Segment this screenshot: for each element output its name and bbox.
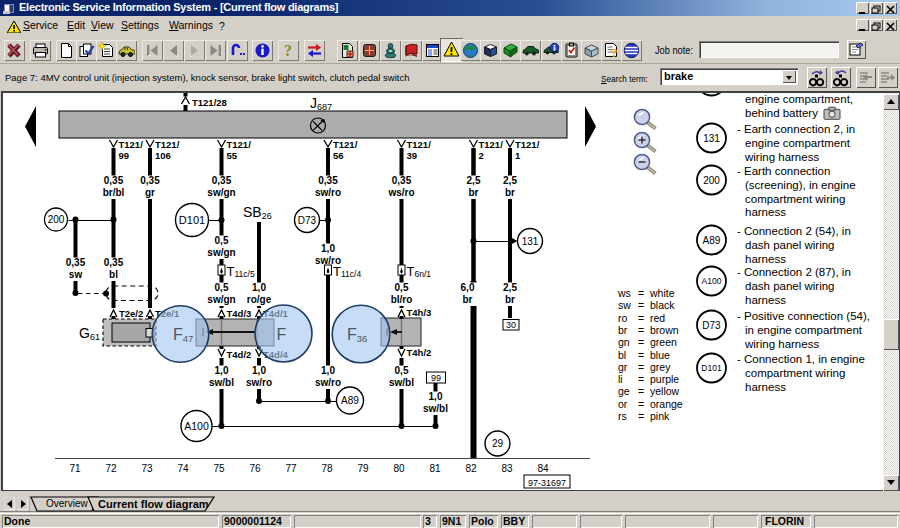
svg-text:T11c/4: T11c/4 <box>333 264 361 279</box>
svg-text:yellow: yellow <box>650 385 680 397</box>
svg-text:pink: pink <box>650 410 670 422</box>
svg-text:0,35: 0,35 <box>212 175 232 186</box>
svg-text:=: = <box>638 324 644 336</box>
svg-text:99: 99 <box>431 373 441 383</box>
svg-text:harness: harness <box>745 381 786 393</box>
svg-text:=: = <box>638 361 644 373</box>
svg-text:73: 73 <box>141 463 153 474</box>
svg-text:sw/ro: sw/ro <box>246 377 272 388</box>
svg-text:T4h/2: T4h/2 <box>407 347 432 358</box>
svg-text:82: 82 <box>465 463 477 474</box>
svg-text:72: 72 <box>105 463 117 474</box>
svg-text:rs: rs <box>618 410 627 422</box>
svg-text:1,0: 1,0 <box>321 365 335 376</box>
svg-text:T4h/3: T4h/3 <box>407 307 432 318</box>
svg-text:1,0: 1,0 <box>321 243 335 254</box>
svg-text:2,5: 2,5 <box>503 175 517 186</box>
svg-text:ws/ro: ws/ro <box>387 187 414 198</box>
svg-text:=: = <box>638 336 644 348</box>
svg-text:sw/bl: sw/bl <box>423 403 448 414</box>
svg-text:A100: A100 <box>184 420 209 432</box>
svg-text:A89: A89 <box>341 395 359 406</box>
svg-text:39: 39 <box>407 150 418 161</box>
svg-text:ro: ro <box>618 312 627 324</box>
svg-text:T121/28: T121/28 <box>192 97 227 108</box>
svg-text:grey: grey <box>650 361 671 373</box>
svg-text:=: = <box>638 299 644 311</box>
svg-text:55: 55 <box>227 150 238 161</box>
svg-text:0,35: 0,35 <box>66 257 86 268</box>
svg-text:T121/: T121/ <box>155 139 180 150</box>
svg-text:78: 78 <box>321 463 333 474</box>
svg-text:84: 84 <box>537 463 549 474</box>
svg-text:29: 29 <box>492 438 504 449</box>
svg-text:74: 74 <box>177 463 189 474</box>
svg-text:0,5: 0,5 <box>395 282 409 293</box>
svg-text:D101: D101 <box>701 363 722 373</box>
svg-text:T4d/3: T4d/3 <box>227 308 252 319</box>
svg-text:dash panel wiring: dash panel wiring <box>745 239 835 251</box>
svg-text:2: 2 <box>479 150 484 161</box>
svg-text:1: 1 <box>515 150 521 161</box>
svg-text:- Earth connection 2, in: - Earth connection 2, in <box>737 123 855 135</box>
svg-text:sw: sw <box>69 269 83 280</box>
svg-text:dash panel wiring: dash panel wiring <box>745 280 835 292</box>
svg-text:wiring harness: wiring harness <box>744 151 819 163</box>
svg-text:T121/: T121/ <box>407 139 432 150</box>
svg-text:purple: purple <box>650 373 679 385</box>
svg-text:in engine compartment: in engine compartment <box>745 324 863 336</box>
svg-text:black: black <box>650 299 675 311</box>
svg-text:compartment wiring: compartment wiring <box>745 193 845 205</box>
svg-text:sw/ro: sw/ro <box>315 187 341 198</box>
svg-text:br: br <box>618 324 628 336</box>
svg-text:br/bl: br/bl <box>103 187 125 198</box>
svg-text:sw: sw <box>618 299 631 311</box>
svg-text:T121/: T121/ <box>479 139 504 150</box>
svg-text:97-31697: 97-31697 <box>528 478 566 488</box>
svg-text:Current flow diagram: Current flow diagram <box>98 498 209 510</box>
svg-text:ws: ws <box>617 287 631 299</box>
svg-text:SB26: SB26 <box>243 204 272 221</box>
svg-text:ge: ge <box>618 385 630 397</box>
svg-text:2,5: 2,5 <box>467 175 481 186</box>
svg-text:0,5: 0,5 <box>215 235 229 246</box>
svg-text:76: 76 <box>249 463 261 474</box>
svg-text:D73: D73 <box>702 320 721 331</box>
svg-text:red: red <box>650 312 665 324</box>
svg-text:harness: harness <box>745 294 786 306</box>
svg-text:harness: harness <box>745 206 786 218</box>
svg-text:br: br <box>505 187 515 198</box>
svg-text:bl: bl <box>618 349 626 361</box>
svg-text:br: br <box>469 187 479 198</box>
svg-text:sw/bl: sw/bl <box>389 377 414 388</box>
svg-text:A89: A89 <box>703 235 721 246</box>
svg-text:71: 71 <box>69 463 81 474</box>
svg-text:orange: orange <box>650 398 683 410</box>
svg-text:Overview: Overview <box>46 498 88 509</box>
svg-text:bl/ro: bl/ro <box>391 294 413 305</box>
svg-text:white: white <box>649 287 675 299</box>
svg-text:compartment wiring: compartment wiring <box>745 367 845 379</box>
svg-text:li: li <box>618 373 623 385</box>
svg-text:56: 56 <box>333 150 344 161</box>
svg-text:6,0: 6,0 <box>461 282 475 293</box>
svg-text:1,0: 1,0 <box>252 365 266 376</box>
svg-text:harness: harness <box>745 253 786 265</box>
svg-text:0,35: 0,35 <box>140 175 160 186</box>
svg-text:0,5: 0,5 <box>395 365 409 376</box>
svg-text:30: 30 <box>506 320 516 330</box>
svg-text:T11c/5: T11c/5 <box>227 264 255 279</box>
svg-text:1,0: 1,0 <box>252 282 266 293</box>
svg-text:wiring harness: wiring harness <box>744 338 819 350</box>
svg-text:=: = <box>638 373 644 385</box>
svg-text:- Earth connection: - Earth connection <box>737 165 830 177</box>
svg-text:=: = <box>638 287 644 299</box>
svg-text:99: 99 <box>119 150 130 161</box>
svg-text:F: F <box>277 326 287 343</box>
svg-text:77: 77 <box>285 463 297 474</box>
svg-text:J687: J687 <box>310 95 332 112</box>
svg-text:engine compartment,: engine compartment, <box>745 93 853 105</box>
svg-text:0,35: 0,35 <box>104 257 124 268</box>
svg-text:bl: bl <box>109 269 118 280</box>
svg-text:T121/: T121/ <box>227 139 252 150</box>
